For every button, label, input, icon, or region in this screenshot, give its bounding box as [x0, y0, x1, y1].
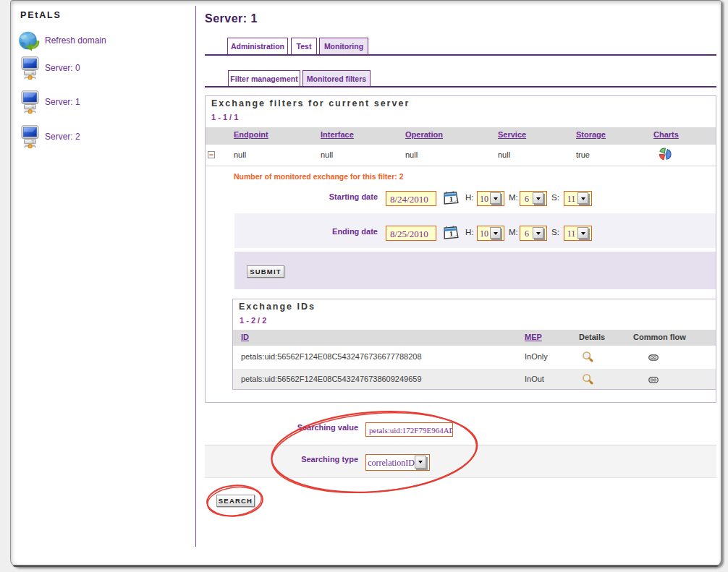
svg-text:1: 1 — [449, 229, 454, 237]
svg-text:1: 1 — [449, 195, 454, 202]
